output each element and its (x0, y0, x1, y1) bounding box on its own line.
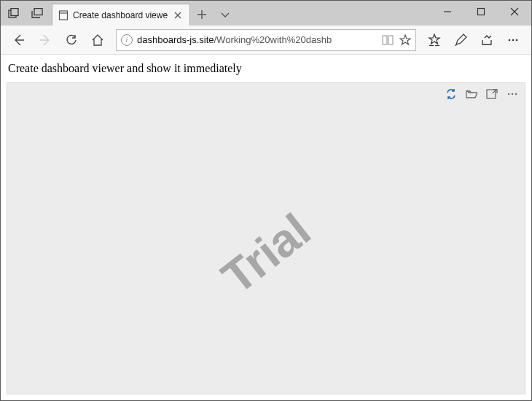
trial-watermark: Trial (211, 203, 320, 305)
notes-button[interactable] (448, 28, 473, 52)
viewer-refresh-icon (445, 88, 457, 100)
viewer-menu-icon (506, 88, 518, 100)
window-close-button[interactable] (498, 1, 531, 23)
reading-view-button[interactable] (382, 35, 394, 45)
new-window-icon (31, 8, 43, 18)
site-info-button[interactable]: i (121, 34, 133, 46)
svg-point-16 (512, 93, 513, 95)
fullscreen-icon (486, 89, 498, 99)
viewer-menu-button[interactable] (506, 87, 519, 101)
svg-rect-3 (60, 11, 68, 20)
url-actions (382, 34, 411, 46)
tabs-icon (8, 8, 20, 18)
more-icon (506, 34, 520, 47)
svg-point-15 (508, 93, 509, 95)
page-icon (58, 10, 69, 20)
svg-point-13 (516, 39, 518, 41)
chevron-down-icon (220, 9, 230, 20)
svg-point-17 (515, 93, 517, 95)
pen-icon (454, 34, 467, 47)
plus-icon (197, 9, 207, 20)
viewer-refresh-button[interactable] (445, 87, 458, 101)
forward-icon (39, 34, 52, 47)
address-bar: i dashboards-js.site/Working%20with%20da… (1, 26, 531, 55)
tab-title: Create dashboard viewe (73, 10, 168, 20)
url-host: dashboards-js.site (137, 34, 214, 45)
svg-point-11 (509, 39, 511, 41)
new-tab-button[interactable] (190, 4, 214, 26)
svg-point-12 (512, 39, 515, 41)
show-tabs-button[interactable] (27, 3, 47, 23)
share-button[interactable] (474, 28, 499, 52)
url-text: dashboards-js.site/Working%20with%20dash… (137, 34, 378, 45)
tab-close-button[interactable] (172, 9, 184, 21)
window-maximize-button[interactable] (464, 1, 498, 23)
tab-actions-button[interactable] (214, 4, 237, 26)
folder-open-icon (466, 89, 477, 99)
minimize-icon (443, 7, 452, 16)
maximize-icon (477, 7, 485, 16)
page-content: Create dashboard viewer and show it imme… (1, 55, 531, 400)
window-controls (431, 1, 531, 26)
favorites-list-icon (428, 34, 441, 47)
svg-rect-7 (383, 36, 387, 44)
url-path: /Working%20with%20dashb (214, 34, 332, 45)
favorites-hub-button[interactable] (422, 28, 447, 52)
viewer-toolbar (445, 87, 519, 101)
toolbar-right (422, 28, 525, 52)
svg-rect-2 (34, 9, 42, 15)
url-input[interactable]: i dashboards-js.site/Working%20with%20da… (116, 29, 416, 51)
browser-tab-active[interactable]: Create dashboard viewe (52, 4, 190, 26)
back-icon (12, 34, 26, 47)
settings-more-button[interactable] (501, 28, 525, 52)
window-minimize-button[interactable] (431, 1, 464, 23)
page-heading: Create dashboard viewer and show it imme… (8, 62, 525, 75)
nav-refresh-button[interactable] (59, 28, 84, 52)
home-icon (91, 34, 104, 47)
svg-rect-1 (11, 9, 18, 16)
nav-forward-button[interactable] (33, 28, 58, 52)
window-titlebar: Create dashboard viewe (1, 1, 531, 26)
close-icon (510, 7, 519, 16)
share-icon (480, 34, 493, 47)
svg-rect-8 (388, 36, 393, 44)
svg-rect-6 (478, 9, 485, 15)
tabs-aside-button[interactable] (4, 3, 24, 23)
dashboard-viewer: Trial (7, 82, 525, 394)
refresh-icon (65, 34, 78, 47)
viewer-open-button[interactable] (465, 87, 478, 101)
nav-back-button[interactable] (7, 28, 31, 52)
nav-home-button[interactable] (85, 28, 110, 52)
close-icon (174, 12, 181, 19)
viewer-fullscreen-button[interactable] (485, 87, 498, 101)
favorite-star-button[interactable] (399, 34, 411, 46)
titlebar-left-controls (1, 1, 47, 26)
svg-rect-14 (487, 90, 496, 98)
